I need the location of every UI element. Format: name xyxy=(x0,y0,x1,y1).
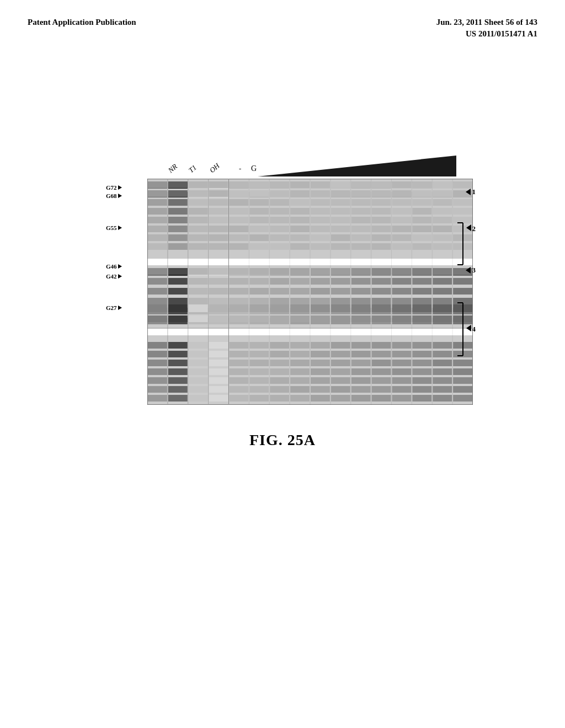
marker-4: 4 xyxy=(455,302,476,357)
label-nr: NR xyxy=(167,162,179,175)
label-g55: G55 xyxy=(106,224,122,231)
label-t1: T1 xyxy=(187,163,199,175)
marker-2: 2 xyxy=(455,222,476,266)
label-dash: - xyxy=(239,164,241,173)
label-g27: G27 xyxy=(106,304,122,311)
marker-3: 3 xyxy=(466,266,476,275)
page-header: Patent Application Publication Jun. 23, … xyxy=(0,0,565,40)
concentration-triangle xyxy=(258,156,456,176)
gel-image-area: NR T1 OH - G G72 G68 xyxy=(84,139,481,415)
label-g72: G72 xyxy=(106,184,122,191)
figure-container: NR T1 OH - G G72 G68 xyxy=(0,139,565,449)
label-g46: G46 xyxy=(106,263,122,270)
label-oh: OH xyxy=(208,162,222,175)
svg-marker-0 xyxy=(258,156,456,176)
label-g42: G42 xyxy=(106,273,122,280)
label-g68: G68 xyxy=(106,192,122,199)
publication-type: Patent Application Publication xyxy=(28,17,136,28)
gel-canvas xyxy=(147,179,473,405)
figure-caption: FIG. 25A xyxy=(249,431,316,449)
publication-info: Jun. 23, 2011 Sheet 56 of 143 US 2011/01… xyxy=(436,17,537,40)
marker-1: 1 xyxy=(466,188,476,196)
label-g: G xyxy=(251,164,257,173)
